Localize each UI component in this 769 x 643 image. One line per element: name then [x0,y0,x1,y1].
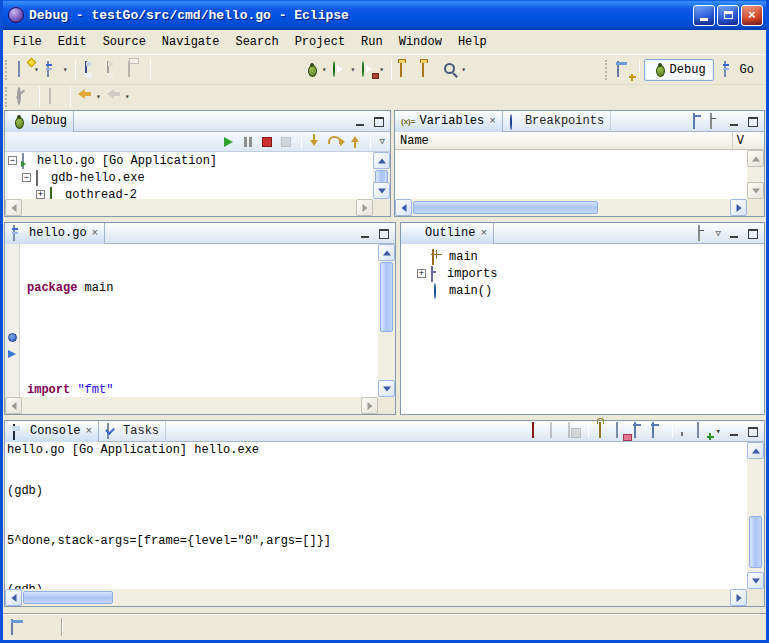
variables-vertical-scrollbar[interactable] [747,150,764,199]
minimize-view-button[interactable] [352,114,368,129]
code-area[interactable]: package main import "fmt" func main() { … [21,244,378,397]
step-return-button[interactable] [347,134,363,150]
remove-all-launches-button[interactable] [566,423,581,439]
menu-navigate[interactable]: Navigate [154,32,228,52]
menu-window[interactable]: Window [391,32,450,52]
scroll-down-button[interactable] [747,572,764,589]
new-go-element-button[interactable]: ▾ [42,58,71,82]
scroll-right-button[interactable] [356,199,373,216]
menu-project[interactable]: Project [287,32,353,52]
editor-vertical-scrollbar[interactable] [378,244,395,397]
perspective-debug-button[interactable]: Debug [644,59,714,81]
view-menu-icon[interactable]: ▽ [714,228,723,239]
scroll-right-button[interactable] [730,589,747,606]
open-console-dropdown-icon[interactable]: ▾ [714,426,723,437]
clear-console-button[interactable] [614,423,629,439]
expander-icon[interactable]: − [22,173,31,182]
view-menu-icon[interactable]: ▽ [378,136,387,147]
menu-help[interactable]: Help [450,32,495,52]
print-button[interactable] [124,58,146,82]
scrollbar-thumb[interactable] [380,262,393,332]
tab-hello-go[interactable]: hello.go × [5,223,105,244]
menu-file[interactable]: File [5,32,50,52]
menu-search[interactable]: Search [227,32,286,52]
debug-horizontal-scrollbar[interactable] [5,199,373,216]
open-console-button[interactable] [695,423,711,439]
scroll-down-button[interactable] [747,182,764,199]
tab-close-icon[interactable]: × [480,228,487,239]
remove-launch-button[interactable] [548,423,563,439]
outline-item-package[interactable]: main [401,248,764,265]
variables-horizontal-scrollbar[interactable] [395,199,747,216]
forward-button[interactable]: ▾ [104,85,133,109]
expander-icon[interactable]: + [417,269,426,278]
disconnect-button[interactable] [278,134,294,150]
debug-launch-dropdown-icon[interactable]: ▾ [322,65,327,74]
scroll-left-button[interactable] [5,589,22,606]
scrollbar-thumb[interactable] [23,591,113,604]
forward-dropdown-icon[interactable]: ▾ [125,92,130,101]
maximize-view-button[interactable] [371,114,387,129]
debug-launch-button[interactable]: ▾ [301,58,330,82]
skip-breakpoints-button[interactable] [13,85,35,109]
scroll-right-button[interactable] [730,199,747,216]
tab-debug[interactable]: Debug [5,111,74,132]
suspend-button[interactable] [240,134,256,150]
scroll-left-button[interactable] [5,397,22,414]
perspective-go-button[interactable]: Go [714,59,762,81]
terminate-console-button[interactable] [530,423,545,439]
tab-console[interactable]: Console × [5,421,99,442]
search-dropdown-icon[interactable]: ▾ [461,65,466,74]
menu-edit[interactable]: Edit [50,32,95,52]
console-horizontal-scrollbar[interactable] [5,589,747,606]
minimize-view-button[interactable] [726,114,742,129]
scroll-up-button[interactable] [378,244,395,261]
menu-run[interactable]: Run [353,32,391,52]
maximize-view-button[interactable] [745,226,761,241]
titlebar[interactable]: Debug - testGo/src/cmd/hello.go - Eclips… [3,0,766,30]
tab-close-icon[interactable]: × [92,228,99,239]
search-button[interactable]: ▾ [440,58,469,82]
new-go-element-dropdown-icon[interactable]: ▾ [63,65,68,74]
scroll-right-button[interactable] [361,397,378,414]
tab-variables[interactable]: (x)= Variables × [395,111,503,132]
minimize-button[interactable] [693,5,715,26]
debug-tree-item-process[interactable]: − gdb-hello.exe [5,169,390,186]
variables-column-header[interactable]: Name V [395,132,764,150]
scroll-up-button[interactable] [747,150,764,167]
toolbar-grip[interactable] [605,60,610,80]
toolbar-grip[interactable] [5,87,10,107]
scroll-up-button[interactable] [373,152,390,169]
pin-console-button[interactable] [680,423,692,439]
show-stderr-button[interactable] [650,423,665,439]
show-type-names-button[interactable] [692,114,706,128]
editor-horizontal-scrollbar[interactable] [5,397,378,414]
scroll-down-button[interactable] [378,380,395,397]
outline-item-imports[interactable]: + imports [401,265,764,282]
external-tools-dropdown-icon[interactable]: ▾ [379,65,384,74]
resume-button[interactable] [221,134,237,150]
scroll-left-button[interactable] [5,199,22,216]
scroll-down-button[interactable] [373,182,390,199]
maximize-button[interactable] [717,5,739,26]
fast-view-button[interactable] [11,620,27,634]
run-launch-button[interactable]: ▾ [329,58,358,82]
back-button[interactable]: ▾ [75,85,104,109]
external-tools-button[interactable]: ▾ [358,58,387,82]
link-with-editor-button[interactable] [44,85,66,109]
new-wizard-dropdown-icon[interactable]: ▾ [34,65,39,74]
maximize-view-button[interactable] [745,424,761,439]
minimize-view-button[interactable] [726,226,742,241]
toolbar-grip[interactable] [5,60,10,80]
step-into-button[interactable] [309,134,325,150]
expander-icon[interactable]: + [36,190,45,199]
save-button[interactable] [80,58,102,82]
console-output[interactable]: (gdb) 5^done,stack-args=[frame={level="0… [7,458,747,589]
scrollbar-thumb[interactable] [749,516,762,568]
console-vertical-scrollbar[interactable] [747,442,764,589]
open-resource-button[interactable] [396,58,418,82]
tab-tasks[interactable]: Tasks [99,421,166,442]
tab-close-icon[interactable]: × [489,116,496,127]
minimize-view-button[interactable] [357,226,373,241]
editor-marker-ruler[interactable] [5,244,20,397]
